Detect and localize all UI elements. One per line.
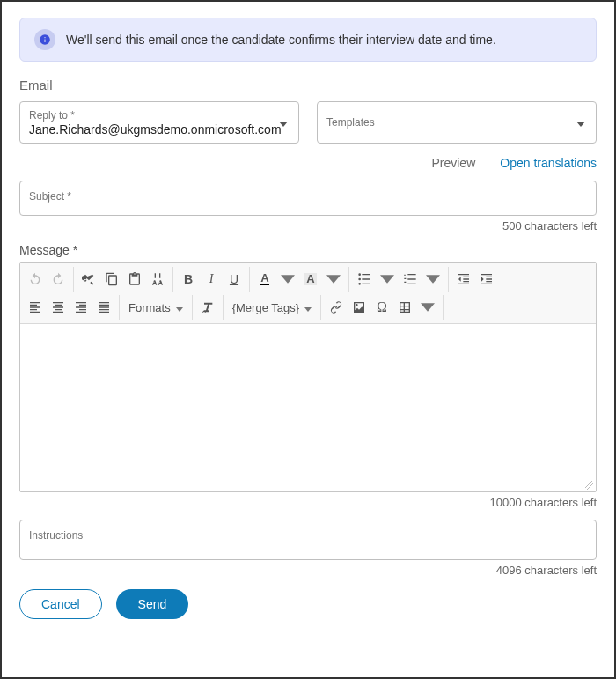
open-translations-link[interactable]: Open translations — [500, 156, 597, 170]
chevron-down-icon — [576, 115, 585, 129]
bg-color-button[interactable]: A — [299, 267, 322, 292]
email-form-panel: We'll send this email once the candidate… — [0, 0, 616, 679]
align-center-button[interactable] — [47, 295, 70, 320]
resize-grip-icon[interactable] — [585, 481, 594, 490]
info-banner-text: We'll send this email once the candidate… — [66, 33, 496, 47]
cut-button[interactable] — [77, 267, 100, 292]
bold-button[interactable]: B — [177, 267, 200, 292]
chevron-down-icon — [303, 301, 312, 314]
info-icon — [34, 29, 55, 50]
reply-to-label: Reply to * — [29, 109, 290, 122]
bullet-list-button[interactable] — [353, 267, 376, 292]
subject-char-counter: 500 characters left — [19, 219, 597, 232]
find-replace-button[interactable] — [146, 267, 169, 292]
instructions-label: Instructions — [29, 529, 83, 542]
link-button[interactable] — [325, 295, 348, 320]
align-left-button[interactable] — [24, 295, 47, 320]
subject-label: Subject * — [29, 190, 71, 203]
reply-to-field[interactable]: Reply to * Jane.Richards@ukgmsdemo.onmic… — [19, 101, 299, 144]
align-justify-button[interactable] — [92, 295, 115, 320]
outdent-button[interactable] — [452, 267, 475, 292]
bullet-list-dropdown[interactable] — [376, 267, 399, 292]
message-char-counter: 10000 characters left — [19, 496, 597, 509]
formats-label: Formats — [128, 301, 171, 314]
paste-button[interactable] — [123, 267, 146, 292]
table-dropdown[interactable] — [416, 295, 439, 320]
subject-input[interactable]: Subject * — [19, 181, 597, 216]
send-button[interactable]: Send — [116, 589, 189, 619]
reply-to-value: Jane.Richards@ukgmsdemo.onmicrosoft.com — [29, 122, 290, 137]
indent-button[interactable] — [475, 267, 498, 292]
redo-button[interactable] — [47, 267, 70, 292]
image-button[interactable] — [348, 295, 370, 320]
special-char-button[interactable]: Ω — [370, 295, 393, 320]
info-banner: We'll send this email once the candidate… — [19, 18, 597, 62]
instructions-input[interactable]: Instructions — [19, 520, 597, 560]
message-textarea[interactable] — [20, 324, 596, 491]
templates-label: Templates — [326, 116, 587, 129]
preview-link[interactable]: Preview — [431, 156, 475, 170]
clear-format-button[interactable] — [196, 295, 219, 320]
underline-button[interactable]: U — [223, 267, 246, 292]
editor-toolbar: B I U A A — [20, 263, 596, 324]
number-list-dropdown[interactable] — [422, 267, 444, 292]
undo-button[interactable] — [24, 267, 47, 292]
italic-button[interactable]: I — [200, 267, 223, 292]
rich-text-editor: B I U A A — [19, 262, 597, 492]
instructions-char-counter: 4096 characters left — [19, 564, 597, 577]
button-row: Cancel Send — [19, 589, 597, 619]
cancel-button[interactable]: Cancel — [19, 589, 102, 619]
copy-button[interactable] — [100, 267, 123, 292]
text-color-dropdown[interactable] — [276, 267, 299, 292]
formats-dropdown[interactable]: Formats — [123, 295, 188, 320]
chevron-down-icon — [174, 301, 183, 314]
align-right-button[interactable] — [70, 295, 92, 320]
chevron-down-icon — [279, 115, 288, 129]
table-button[interactable] — [393, 295, 416, 320]
merge-tags-label: {Merge Tags} — [232, 301, 299, 314]
text-color-button[interactable]: A — [253, 267, 276, 292]
bg-color-dropdown[interactable] — [322, 267, 345, 292]
merge-tags-dropdown[interactable]: {Merge Tags} — [227, 295, 317, 320]
templates-field[interactable]: Templates — [317, 101, 597, 144]
section-title: Email — [19, 77, 597, 92]
message-label: Message * — [19, 243, 597, 257]
link-row: Preview Open translations — [19, 156, 597, 170]
number-list-button[interactable] — [399, 267, 422, 292]
